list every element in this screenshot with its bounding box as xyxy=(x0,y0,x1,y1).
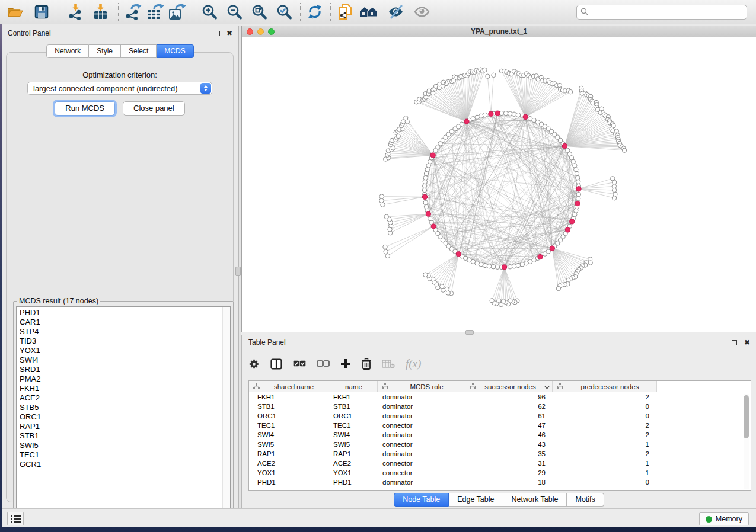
list-item[interactable]: SWI4 xyxy=(20,355,230,365)
list-scrollbar[interactable] xyxy=(222,307,230,519)
network-node[interactable] xyxy=(422,184,426,188)
leaf-node[interactable] xyxy=(556,286,560,290)
zoom-window-icon[interactable] xyxy=(268,28,275,35)
list-item[interactable]: PMA2 xyxy=(20,374,230,384)
tab-network-table[interactable]: Network Table xyxy=(503,493,567,507)
export-network-icon[interactable] xyxy=(124,3,142,21)
network-node[interactable] xyxy=(428,216,432,220)
mcds-hub-node[interactable] xyxy=(538,254,543,259)
cell-successor-nodes[interactable]: 96 xyxy=(465,392,553,402)
leaf-node[interactable] xyxy=(486,74,490,78)
tab-network[interactable]: Network xyxy=(46,44,89,58)
list-item[interactable]: SWI5 xyxy=(20,441,230,450)
leaf-node[interactable] xyxy=(427,89,431,93)
close-icon[interactable]: ✖ xyxy=(744,340,750,345)
network-node[interactable] xyxy=(487,264,491,268)
cell-successor-nodes[interactable]: 62 xyxy=(465,402,553,411)
cell-predecessor-nodes[interactable]: 1 xyxy=(553,468,657,477)
tab-motifs[interactable]: Motifs xyxy=(567,493,604,507)
cell-successor-nodes[interactable]: 29 xyxy=(465,468,553,477)
cell-successor-nodes[interactable]: 18 xyxy=(465,477,553,487)
tab-style[interactable]: Style xyxy=(89,44,121,58)
cell-MCDS-role[interactable]: dominator xyxy=(378,411,465,421)
minimize-window-icon[interactable] xyxy=(257,28,264,35)
list-item[interactable]: ACE2 xyxy=(20,393,230,403)
network-node[interactable] xyxy=(422,188,426,192)
leaf-node[interactable] xyxy=(385,254,390,258)
home-networks-icon[interactable] xyxy=(359,3,379,21)
list-item[interactable]: STB1 xyxy=(20,431,230,441)
cell-successor-nodes[interactable]: 31 xyxy=(465,459,553,468)
save-session-icon[interactable] xyxy=(34,3,49,21)
leaf-node[interactable] xyxy=(379,194,384,198)
tab-node-table[interactable]: Node Table xyxy=(394,493,449,507)
cell-name[interactable]: ORC1 xyxy=(328,411,378,421)
list-item[interactable]: SRD1 xyxy=(20,365,230,374)
mcds-hub-node[interactable] xyxy=(550,246,554,251)
table-row[interactable]: SWI4SWI4dominator462 xyxy=(249,430,751,440)
cell-predecessor-nodes[interactable]: 2 xyxy=(553,430,657,440)
cell-name[interactable]: RAP1 xyxy=(328,449,378,459)
mcds-hub-node[interactable] xyxy=(523,114,528,119)
network-node[interactable] xyxy=(575,171,579,175)
export-table-icon[interactable] xyxy=(146,3,164,21)
close-panel-button[interactable]: Close panel xyxy=(123,101,185,116)
cell-MCDS-role[interactable]: connector xyxy=(378,459,465,468)
leaf-node[interactable] xyxy=(404,116,408,120)
mcds-hub-node[interactable] xyxy=(464,119,469,124)
network-node[interactable] xyxy=(491,265,495,269)
table-row[interactable]: TEC1TEC1connector472 xyxy=(249,421,751,430)
network-node[interactable] xyxy=(495,265,499,269)
mcds-hub-node[interactable] xyxy=(422,194,427,199)
add-icon[interactable] xyxy=(340,358,351,369)
cell-predecessor-nodes[interactable]: 1 xyxy=(553,440,657,449)
mcds-hub-node[interactable] xyxy=(431,224,436,229)
network-node[interactable] xyxy=(460,122,464,126)
mcds-hub-node[interactable] xyxy=(430,153,435,158)
table-row[interactable]: SWI5SWI5connector431 xyxy=(249,440,751,449)
column-header-name[interactable]: name xyxy=(328,381,378,392)
mcds-hub-node[interactable] xyxy=(502,265,506,270)
list-item[interactable]: GCR1 xyxy=(20,460,230,469)
network-node[interactable] xyxy=(424,171,428,175)
network-node[interactable] xyxy=(423,180,427,184)
network-node[interactable] xyxy=(483,263,487,267)
cell-MCDS-role[interactable]: connector xyxy=(378,421,465,430)
search-input[interactable] xyxy=(576,5,747,20)
network-node[interactable] xyxy=(512,264,516,268)
cell-name[interactable]: STB1 xyxy=(328,402,378,411)
zoom-in-icon[interactable] xyxy=(201,3,218,21)
table-row[interactable]: STB1STB1dominator620 xyxy=(249,402,751,411)
cell-shared-name[interactable]: FKH1 xyxy=(249,392,328,402)
cell-shared-name[interactable]: SWI4 xyxy=(249,430,328,440)
mcds-hub-node[interactable] xyxy=(426,211,430,216)
network-node[interactable] xyxy=(508,265,512,269)
network-node[interactable] xyxy=(423,200,428,204)
mcds-hub-node[interactable] xyxy=(495,111,500,116)
network-view-canvas[interactable] xyxy=(242,37,756,332)
open-folder-icon[interactable] xyxy=(7,3,23,21)
table-row[interactable]: PHD1PHD1dominator180 xyxy=(249,477,751,487)
network-node[interactable] xyxy=(423,175,428,180)
columns-icon[interactable] xyxy=(270,358,282,370)
export-image-icon[interactable] xyxy=(168,3,186,21)
cell-shared-name[interactable]: SWI5 xyxy=(249,440,328,449)
column-header-predecessor-nodes[interactable]: predecessor nodes xyxy=(553,381,657,392)
cell-predecessor-nodes[interactable]: 1 xyxy=(553,459,657,468)
cell-predecessor-nodes[interactable]: 2 xyxy=(553,421,657,430)
mcds-hub-node[interactable] xyxy=(489,111,493,116)
leaf-node[interactable] xyxy=(383,245,387,249)
network-node[interactable] xyxy=(516,113,520,117)
leaf-node[interactable] xyxy=(490,299,494,303)
leaf-node[interactable] xyxy=(384,249,388,254)
cell-MCDS-role[interactable]: dominator xyxy=(378,449,465,459)
optimization-criterion-select[interactable]: largest connected component (undirected) xyxy=(27,82,212,95)
table-row[interactable]: RAP1RAP1dominator352 xyxy=(249,449,751,459)
zoom-out-icon[interactable] xyxy=(226,3,243,21)
network-node[interactable] xyxy=(424,204,428,209)
table-row[interactable]: YOX1YOX1connector291 xyxy=(249,468,751,477)
list-item[interactable]: PHD1 xyxy=(20,308,230,318)
list-item[interactable]: RAP1 xyxy=(20,422,230,431)
memory-button[interactable]: Memory xyxy=(699,512,749,525)
column-header-shared-name[interactable]: shared name xyxy=(249,381,328,392)
